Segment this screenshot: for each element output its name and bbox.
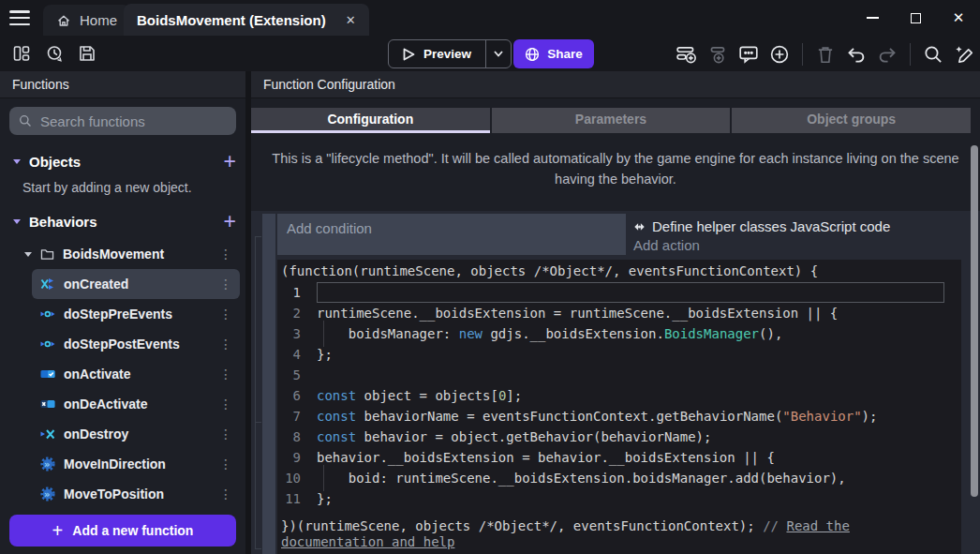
tab-boidsmovement[interactable]: BoidsMovement (Extension) ✕ xyxy=(124,4,369,36)
item-menu-icon[interactable]: ⋮ xyxy=(214,337,238,352)
tab-object-groups[interactable]: Object groups xyxy=(732,108,971,133)
tab-home[interactable]: Home xyxy=(43,5,130,36)
panels-icon[interactable] xyxy=(11,43,32,64)
sidebar-item-moveindirection[interactable]: » MoveInDirection ⋮ xyxy=(32,449,240,479)
sidebar-item-movetoposition[interactable]: » MoveToPosition ⋮ xyxy=(32,479,240,509)
add-behavior-button[interactable]: + xyxy=(224,212,236,231)
tab-parameters[interactable]: Parameters xyxy=(492,108,731,133)
code-line-2[interactable]: 2runtimeScene.__boidsExtension = runtime… xyxy=(277,303,961,323)
configuration-tabbar: Configuration Parameters Object groups xyxy=(251,108,971,133)
behaviors-collapse-icon[interactable] xyxy=(13,219,21,224)
share-label: Share xyxy=(547,47,583,61)
function-configuration-panel: Function Configuration Configuration Par… xyxy=(251,71,980,554)
add-subevent-icon[interactable] xyxy=(707,44,728,65)
code-line-3[interactable]: 3 boidsManager: new gdjs.__boidsExtensio… xyxy=(277,323,961,344)
js-event-title: Define helper classes JavaScript code xyxy=(633,218,961,234)
code-line-8[interactable]: 8const behavior = object.getBehavior(beh… xyxy=(277,427,961,447)
preview-button[interactable]: Preview xyxy=(388,39,512,68)
sidebar-item-dosteppreevents[interactable]: doStepPreEvents ⋮ xyxy=(32,299,240,329)
add-circle-icon[interactable] xyxy=(769,44,790,65)
js-code-event-icon xyxy=(633,222,646,232)
main-toolbar: Preview Share xyxy=(0,36,980,71)
add-comment-icon[interactable] xyxy=(738,44,759,65)
search-icon[interactable] xyxy=(923,44,943,65)
code-line-content: runtimeScene.__boidsExtension = runtimeS… xyxy=(317,303,961,323)
save-icon[interactable] xyxy=(77,43,97,64)
line-number: 1 xyxy=(277,282,317,303)
line-number: 2 xyxy=(277,303,317,323)
line-number: 11 xyxy=(277,488,317,509)
add-function-button[interactable]: + Add a new function xyxy=(9,515,236,547)
sidebar-item-onactivate[interactable]: onActivate ⋮ xyxy=(32,359,240,389)
maximize-button[interactable] xyxy=(894,0,937,36)
add-condition-button[interactable]: Add condition xyxy=(277,214,626,255)
sidebar-item-dosteppostevents[interactable]: doStepPostEvents ⋮ xyxy=(32,329,240,359)
code-line-11[interactable]: 11}; xyxy=(277,488,961,509)
objects-collapse-icon[interactable] xyxy=(13,159,21,164)
objects-empty-hint: Start by adding a new object. xyxy=(22,180,245,195)
main-header: Function Configuration xyxy=(251,71,980,98)
tab-close-icon[interactable]: ✕ xyxy=(346,13,356,27)
redo-icon[interactable] xyxy=(877,44,898,65)
code-line-content: behavior.__boidsExtension = behavior.__b… xyxy=(317,447,961,468)
close-button[interactable]: ✕ xyxy=(937,0,980,36)
step-post-icon xyxy=(40,337,55,352)
tab-configuration[interactable]: Configuration xyxy=(251,108,490,133)
item-menu-icon[interactable]: ⋮ xyxy=(214,397,238,412)
sidebar-header-label: Functions xyxy=(12,77,69,92)
hamburger-menu-icon[interactable] xyxy=(9,10,30,25)
code-line-4[interactable]: 4}; xyxy=(277,344,961,365)
code-line-content: boidsManager: new gdjs.__boidsExtension.… xyxy=(317,323,961,344)
history-icon[interactable] xyxy=(44,43,65,64)
code-line-6[interactable]: 6const object = objects[0]; xyxy=(277,385,961,406)
code-line-9[interactable]: 9behavior.__boidsExtension = behavior.__… xyxy=(277,447,961,468)
behavior-folder-row[interactable]: BoidsMovement ⋮ xyxy=(24,241,238,267)
js-code-editor[interactable]: (function(runtimeScene, objects /*Object… xyxy=(277,260,961,554)
code-line-10[interactable]: 10 boid: runtimeScene.__boidsExtension.b… xyxy=(277,468,961,488)
sidebar-item-ondestroy[interactable]: onDestroy ⋮ xyxy=(32,419,240,449)
sidebar-item-ondeactivate[interactable]: onDeActivate ⋮ xyxy=(32,389,240,419)
code-line-content: boid: runtimeScene.__boidsExtension.boid… xyxy=(317,468,961,488)
preview-dropdown-button[interactable] xyxy=(485,40,511,67)
folder-collapse-icon[interactable] xyxy=(24,252,32,257)
undo-icon[interactable] xyxy=(846,44,867,65)
objects-section-title: Objects xyxy=(29,154,81,170)
gear-icon: » xyxy=(40,457,55,472)
code-line-5[interactable]: 5 xyxy=(277,365,961,385)
item-menu-icon[interactable]: ⋮ xyxy=(214,277,238,292)
line-number: 4 xyxy=(277,344,317,365)
minimize-button[interactable] xyxy=(851,0,894,36)
code-lines: 12runtimeScene.__boidsExtension = runtim… xyxy=(277,282,961,509)
sidebar-item-oncreated[interactable]: onCreated ⋮ xyxy=(32,269,240,299)
item-menu-icon[interactable]: ⋮ xyxy=(214,457,238,472)
search-functions-input[interactable] xyxy=(40,113,227,129)
sidebar-header: Functions xyxy=(0,71,245,98)
item-menu-icon[interactable]: ⋮ xyxy=(214,427,238,442)
step-pre-icon xyxy=(40,307,55,322)
event-drag-handle[interactable] xyxy=(262,214,275,554)
item-menu-icon[interactable]: ⋮ xyxy=(214,307,238,322)
add-function-label: Add a new function xyxy=(72,523,193,538)
add-event-icon[interactable] xyxy=(676,44,697,65)
share-button[interactable]: Share xyxy=(513,39,594,68)
behaviors-section-row[interactable]: Behaviors + xyxy=(13,209,236,233)
vertical-scrollbar[interactable] xyxy=(971,145,978,497)
home-icon xyxy=(56,13,71,28)
delete-icon[interactable] xyxy=(815,44,836,65)
event-bracket xyxy=(255,236,256,548)
item-menu-icon[interactable]: ⋮ xyxy=(214,367,238,382)
tab-home-label: Home xyxy=(80,12,117,28)
svg-text:»: » xyxy=(44,459,50,470)
search-functions-box[interactable] xyxy=(9,107,236,135)
folder-menu-icon[interactable]: ⋮ xyxy=(214,247,238,262)
add-action-button[interactable]: Add action xyxy=(633,237,961,253)
add-object-button[interactable]: + xyxy=(224,152,236,171)
code-line-1[interactable]: 1 xyxy=(277,282,961,303)
code-line-content xyxy=(317,365,961,385)
main-header-label: Function Configuration xyxy=(263,77,395,92)
code-line-7[interactable]: 7const behaviorName = eventsFunctionCont… xyxy=(277,406,961,427)
event-bracket xyxy=(255,236,261,237)
ai-edit-icon[interactable] xyxy=(954,44,974,65)
objects-section-row[interactable]: Objects + xyxy=(13,149,236,173)
item-menu-icon[interactable]: ⋮ xyxy=(214,487,238,502)
